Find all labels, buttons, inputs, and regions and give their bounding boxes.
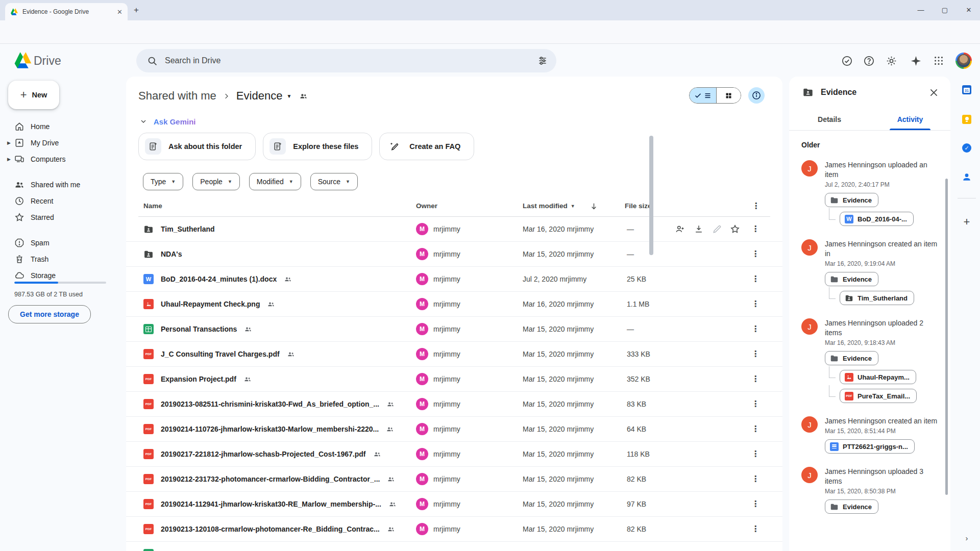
file-list-scrollbar[interactable]: [649, 136, 653, 255]
row-menu-button[interactable]: ⋮: [750, 267, 761, 291]
browser-tab[interactable]: Evidence - Google Drive ✕: [5, 3, 128, 20]
ask-gemini-toggle[interactable]: Ask Gemini: [139, 115, 196, 128]
file-row[interactable]: PDFJ_C Consulting Travel Charges.pdfMmrj…: [126, 342, 782, 367]
column-name[interactable]: Name: [143, 202, 162, 210]
sidebar-item-trash[interactable]: Trash: [0, 251, 126, 267]
activity-file-chip[interactable]: Uhaul-Repaym...: [840, 370, 916, 384]
activity-file-chip[interactable]: Tim_Sutherland: [840, 291, 914, 305]
expand-caret-icon[interactable]: ▶: [7, 140, 14, 145]
file-row[interactable]: PDF20190214-112941-jhmarlow-kriskat30-RE…: [126, 492, 782, 517]
activity-folder-chip[interactable]: Evidence: [825, 499, 878, 514]
file-row[interactable]: Tim_SutherlandMmrjimmyMar 16, 2020 mrjim…: [126, 217, 782, 242]
search-bar[interactable]: Search in Drive: [136, 49, 556, 72]
file-row[interactable]: PDF20190217-221812-jhmarlow-schasb-Proje…: [126, 442, 782, 467]
advanced-search-icon[interactable]: [537, 55, 548, 66]
new-tab-button[interactable]: +: [134, 7, 139, 14]
details-info-button[interactable]: [748, 87, 765, 104]
folder-menu-caret-icon[interactable]: ▼: [286, 93, 291, 99]
sidebar-item-recent[interactable]: Recent: [0, 193, 126, 209]
close-icon[interactable]: [928, 87, 939, 98]
activity-folder-chip[interactable]: Evidence: [825, 193, 878, 207]
file-row[interactable]: Personal TransactionsMmrjimmyMar 15, 202…: [126, 317, 782, 342]
sidebar-item-home[interactable]: Home: [0, 118, 126, 135]
tab-activity[interactable]: Activity: [870, 108, 950, 130]
settings-gear-icon[interactable]: [885, 55, 897, 67]
contacts-icon[interactable]: [962, 172, 972, 182]
activity-folder-chip[interactable]: Evidence: [825, 272, 878, 286]
tab-details[interactable]: Details: [789, 108, 870, 130]
add-addon-icon[interactable]: +: [962, 217, 972, 227]
suggestion-explore-these-files[interactable]: Explore these files: [263, 133, 372, 160]
window-close-button[interactable]: ✕: [965, 6, 973, 14]
collapse-rail-icon[interactable]: ›: [962, 533, 972, 543]
activity-file-chip[interactable]: WBoD_2016-04-...: [840, 212, 914, 226]
file-row[interactable]: PDF20190214-110726-jhmarlow-kriskat30-Ma…: [126, 417, 782, 442]
tab-close-icon[interactable]: ✕: [117, 8, 122, 16]
filter-chip-type[interactable]: Type▼: [143, 173, 183, 190]
column-owner[interactable]: Owner: [416, 202, 437, 210]
filter-chip-people[interactable]: People▼: [192, 173, 240, 190]
activity-folder-chip[interactable]: Evidence: [825, 351, 878, 365]
row-menu-button[interactable]: ⋮: [750, 467, 761, 491]
row-menu-button[interactable]: ⋮: [750, 367, 761, 391]
ask-gemini-label[interactable]: Ask Gemini: [154, 117, 196, 126]
get-more-storage-button[interactable]: Get more storage: [8, 305, 91, 323]
row-menu-button[interactable]: ⋮: [750, 442, 761, 466]
grid-view-button[interactable]: [717, 88, 741, 103]
help-icon[interactable]: [863, 55, 875, 67]
activity-file-chip[interactable]: PTT26621-griggs-n...: [825, 439, 915, 454]
file-row[interactable]: NDA'sMmrjimmyMar 15, 2020 mrjimmy—⋮: [126, 242, 782, 267]
breadcrumb-parent[interactable]: Shared with me: [138, 89, 216, 103]
row-menu-button[interactable]: ⋮: [750, 392, 761, 416]
offline-status-icon[interactable]: [841, 55, 853, 67]
keep-icon[interactable]: [962, 114, 972, 124]
row-menu-button[interactable]: ⋮: [750, 342, 761, 366]
sidebar-item-my-drive[interactable]: ▶My Drive: [0, 135, 126, 151]
window-maximize-button[interactable]: ▢: [941, 6, 949, 14]
file-row[interactable]: PDF20190213-082511-chrismini-kriskat30-F…: [126, 392, 782, 417]
expand-caret-icon[interactable]: ▶: [7, 157, 14, 162]
tasks-icon[interactable]: ✓: [962, 143, 972, 153]
sidebar-item-computers[interactable]: ▶Computers: [0, 151, 126, 167]
apps-grid-icon[interactable]: [933, 55, 945, 67]
suggestion-create-an-faq[interactable]: Create an FAQ: [379, 133, 474, 160]
shared-folder-members-icon[interactable]: [299, 91, 308, 101]
search-icon[interactable]: [146, 55, 158, 66]
search-placeholder[interactable]: Search in Drive: [165, 56, 537, 65]
row-menu-button[interactable]: ⋮: [750, 417, 761, 441]
file-row[interactable]: Uhaul-Repayment Check.pngMmrjimmyMar 16,…: [126, 292, 782, 317]
activity-scrollbar[interactable]: [945, 179, 948, 495]
column-file-size[interactable]: File size: [625, 202, 652, 210]
sort-direction-icon[interactable]: [590, 202, 598, 211]
table-header-menu[interactable]: ⋮: [752, 202, 760, 210]
column-last-modified[interactable]: Last modified▼: [523, 202, 575, 210]
file-row[interactable]: [126, 542, 782, 551]
gemini-spark-icon[interactable]: [910, 55, 922, 67]
row-menu-button[interactable]: ⋮: [750, 492, 761, 516]
filter-chip-source[interactable]: Source▼: [310, 173, 358, 190]
star-button[interactable]: [729, 217, 741, 241]
download-button[interactable]: [693, 217, 705, 241]
drive-logo-icon[interactable]: [13, 52, 33, 69]
row-menu-button[interactable]: ⋮: [750, 517, 761, 541]
sidebar-item-spam[interactable]: Spam: [0, 235, 126, 251]
suggestion-ask-about-this-folder[interactable]: Ask about this folder: [138, 133, 256, 160]
calendar-icon[interactable]: 31: [962, 85, 972, 95]
row-menu-button[interactable]: ⋮: [750, 317, 761, 341]
file-row[interactable]: PDF20190213-120108-crmarlow-photomancer-…: [126, 517, 782, 542]
sidebar-item-starred[interactable]: Starred: [0, 209, 126, 226]
list-view-button[interactable]: [690, 88, 717, 103]
activity-file-chip[interactable]: PDFPureTax_Email...: [840, 389, 917, 403]
new-button[interactable]: + New: [8, 81, 59, 109]
breadcrumb-current[interactable]: Evidence ▼: [236, 89, 308, 103]
account-avatar[interactable]: [955, 53, 972, 69]
file-row[interactable]: PDF20190212-231732-photomancer-crmarlow-…: [126, 467, 782, 492]
rename-button[interactable]: [711, 217, 723, 241]
file-row[interactable]: WBoD_2016-04-24_minutes (1).docxMmrjimmy…: [126, 267, 782, 292]
sidebar-item-shared-with-me[interactable]: Shared with me: [0, 177, 126, 193]
row-menu-button[interactable]: ⋮: [750, 292, 761, 316]
row-menu-button[interactable]: ⋮: [750, 242, 761, 266]
filter-chip-modified[interactable]: Modified▼: [249, 173, 301, 190]
row-menu-button[interactable]: ⋮: [750, 217, 761, 241]
file-row[interactable]: PDFExpansion Project.pdfMmrjimmyMar 15, …: [126, 367, 782, 392]
